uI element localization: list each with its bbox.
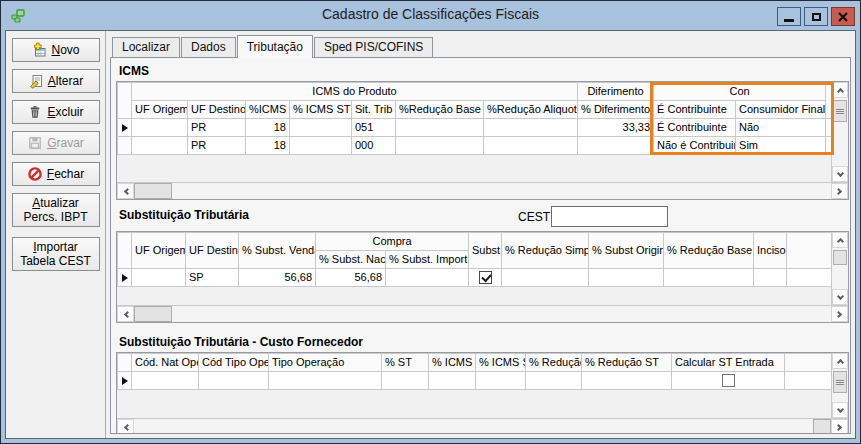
cell[interactable] (787, 269, 832, 287)
cell[interactable]: SP (186, 269, 239, 287)
scroll-track[interactable] (172, 306, 831, 322)
icms-group-header-row: ICMS do Produto Diferimento Con (118, 83, 834, 101)
cell[interactable]: 56,68 (239, 269, 316, 287)
cell[interactable]: 33,33 (578, 119, 654, 137)
icms-grid: ICMS do Produto Diferimento Con UF Orige… (116, 81, 849, 200)
scroll-up-button[interactable] (832, 82, 848, 98)
scroll-left-button[interactable] (117, 419, 134, 434)
sidebar: Novo Alterar Excluir (6, 31, 106, 438)
cell[interactable] (269, 372, 382, 390)
row-selector-header (118, 233, 132, 269)
excluir-button[interactable]: Excluir (12, 100, 100, 124)
row-selector[interactable] (118, 372, 132, 390)
calcular-st-entrada-checkbox[interactable] (722, 374, 735, 387)
cell[interactable] (382, 372, 429, 390)
cell[interactable] (469, 269, 502, 287)
cell[interactable] (132, 372, 199, 390)
cell[interactable] (589, 269, 664, 287)
st-horizontal-scrollbar[interactable] (117, 305, 848, 322)
scroll-up-button[interactable] (832, 353, 848, 369)
cell[interactable] (484, 119, 578, 137)
cell[interactable]: 051 (352, 119, 396, 137)
cell[interactable]: PR (188, 137, 246, 155)
cell[interactable] (578, 137, 654, 155)
cell[interactable] (132, 269, 186, 287)
icms-vertical-scrollbar[interactable] (831, 82, 848, 182)
importar-cest-button[interactable]: Importar Tabela CEST (12, 237, 100, 271)
current-row-marker-icon (122, 274, 128, 282)
cest-input[interactable] (551, 206, 668, 227)
tab-sped-pis-cofins[interactable]: Sped PIS/COFINS (314, 37, 433, 57)
scroll-track[interactable] (134, 419, 813, 434)
scroll-left-button[interactable] (117, 183, 134, 199)
subst-checkbox[interactable] (479, 271, 492, 284)
cell[interactable] (290, 119, 352, 137)
st-vertical-scrollbar[interactable] (831, 232, 848, 305)
close-button[interactable] (831, 7, 855, 26)
tab-dados[interactable]: Dados (181, 37, 236, 57)
tab-localizar[interactable]: Localizar (112, 37, 180, 57)
row-selector[interactable] (118, 137, 132, 155)
cf-vertical-scrollbar[interactable] (831, 353, 848, 418)
scroll-down-button[interactable] (832, 402, 848, 418)
cell[interactable] (429, 372, 476, 390)
cell[interactable]: Não é Contribuinte (654, 137, 736, 155)
icms-horizontal-scrollbar[interactable] (117, 182, 848, 199)
cell[interactable]: 18 (246, 137, 290, 155)
scroll-right-button[interactable] (831, 183, 848, 199)
cell[interactable] (664, 269, 754, 287)
scroll-down-button[interactable] (832, 166, 848, 182)
table-row (118, 372, 832, 390)
cell[interactable] (484, 137, 578, 155)
cell[interactable]: Não (736, 119, 826, 137)
cell[interactable] (396, 137, 484, 155)
scroll-track[interactable] (172, 183, 831, 199)
cell[interactable] (672, 372, 785, 390)
tab-tributacao[interactable]: Tributação (237, 35, 313, 58)
col-diferimento: % Diferimento (578, 101, 654, 119)
row-selector[interactable] (118, 119, 132, 137)
cell[interactable] (785, 372, 832, 390)
cell[interactable]: Sim (736, 137, 826, 155)
chevron-right-icon (834, 423, 841, 430)
scrollbar-thumb[interactable] (833, 250, 847, 265)
chevron-up-icon (836, 359, 843, 366)
cell[interactable]: 18 (246, 119, 290, 137)
alterar-button[interactable]: Alterar (12, 69, 100, 93)
atualizar-ibpt-button[interactable]: Atualizar Percs. IBPT (12, 193, 100, 227)
cell[interactable] (502, 269, 589, 287)
cf-table: Cód. Nat Oper Cód Tipo Oper. Tipo Operaç… (117, 353, 832, 390)
scrollbar-thumb[interactable] (134, 183, 172, 199)
cell[interactable] (132, 119, 188, 137)
scrollbar-thumb[interactable] (833, 371, 847, 393)
novo-button[interactable]: Novo (12, 38, 100, 62)
scroll-right-button[interactable] (831, 419, 848, 434)
cell[interactable] (396, 119, 484, 137)
scrollbar-thumb[interactable] (833, 100, 847, 122)
cell[interactable] (754, 269, 787, 287)
scroll-up-button[interactable] (832, 232, 848, 248)
fechar-button[interactable]: Fechar (12, 162, 100, 186)
cell[interactable]: 000 (352, 137, 396, 155)
cell[interactable]: PR (188, 119, 246, 137)
cell[interactable] (476, 372, 526, 390)
scroll-down-button[interactable] (832, 289, 848, 305)
scrollbar-thumb[interactable] (813, 419, 831, 434)
row-selector[interactable] (118, 269, 132, 287)
scroll-left-button[interactable] (117, 306, 134, 322)
cell[interactable] (132, 137, 188, 155)
minimize-button[interactable] (777, 7, 801, 26)
cell[interactable]: É Contribuinte (654, 119, 736, 137)
scrollbar-thumb[interactable] (134, 306, 172, 322)
cell[interactable] (199, 372, 269, 390)
cell[interactable] (386, 269, 469, 287)
close-icon (838, 12, 848, 22)
titlebar[interactable]: Cadastro de Classificações Fiscais (1, 1, 860, 30)
cell[interactable] (526, 372, 582, 390)
cell[interactable] (290, 137, 352, 155)
scroll-right-button[interactable] (831, 306, 848, 322)
maximize-button[interactable] (804, 7, 828, 26)
cf-horizontal-scrollbar[interactable] (117, 418, 848, 434)
cell[interactable]: 56,68 (316, 269, 386, 287)
cell[interactable] (582, 372, 672, 390)
